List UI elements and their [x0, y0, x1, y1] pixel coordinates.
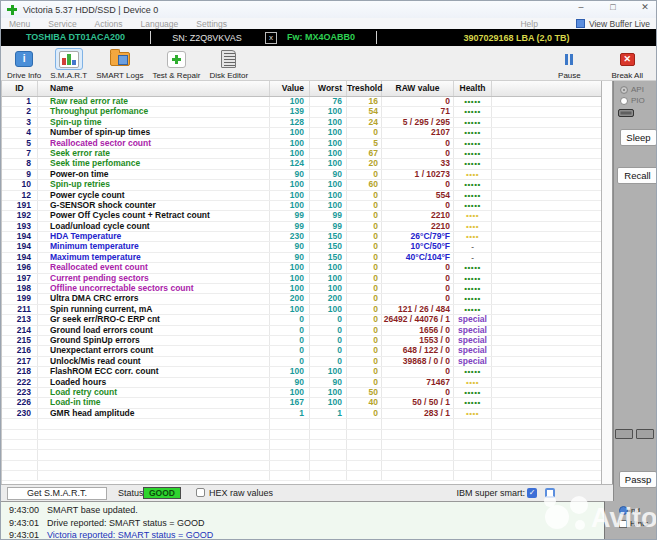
disk-editor-button[interactable]: Disk Editor — [209, 48, 248, 80]
table-row[interactable]: 3Spin-up time128100245 / 295 / 295••••• — [2, 118, 601, 128]
pause-button[interactable]: Pause — [555, 48, 583, 80]
table-row[interactable]: 230GMR head amplitude110283 / 1•••• — [2, 409, 601, 419]
passp-button[interactable]: Passp — [619, 471, 657, 488]
table-row[interactable]: 214Ground load errors count0001656 / 0sp… — [2, 326, 601, 336]
view-buffer-live-button[interactable]: View Buffer Live — [589, 19, 650, 29]
table-row[interactable]: 194Minimum temperature90150010°C/50°F- — [2, 242, 601, 252]
sound-checkbox[interactable]: nd — [619, 506, 640, 515]
table-row[interactable]: 226Load-in time1671004050 / 50 / 1••••• — [2, 398, 601, 408]
cell-id: 223 — [2, 388, 38, 397]
api-radio[interactable]: API — [620, 85, 644, 94]
table-row[interactable]: 196Reallocated event count10010000••••• — [2, 263, 601, 273]
device-tab-close-icon[interactable]: x — [265, 32, 277, 44]
table-row[interactable]: 2Throughput perfomance1391005471••••• — [2, 107, 601, 117]
table-row[interactable]: 9Power-on time909001 / 10273•••• — [2, 170, 601, 180]
column-header-worst[interactable]: Worst — [310, 81, 347, 96]
minimize-icon[interactable]: – — [574, 2, 588, 12]
table-row[interactable]: 191G-SENSOR shock counter10010000••••• — [2, 201, 601, 211]
cell-filler — [492, 294, 601, 303]
column-header-raw[interactable]: RAW value — [382, 81, 454, 96]
table-row[interactable]: 8Seek time perfomance1241002033••••• — [2, 159, 601, 169]
cell-health: special — [454, 315, 492, 324]
smart-button[interactable]: S.M.A.R.T — [50, 48, 87, 80]
column-header-name[interactable]: Name — [38, 81, 270, 96]
column-header-health[interactable]: Health — [454, 81, 492, 96]
cell-filler — [492, 263, 601, 272]
table-row[interactable]: 7Seek error rate100100670••••• — [2, 149, 601, 159]
ibm-secondary-checkbox[interactable] — [545, 488, 555, 498]
cell-id: 2 — [2, 107, 38, 116]
empty-table-row — [2, 461, 601, 471]
table-row[interactable]: 211Spin running current, mA1001000121 / … — [2, 305, 601, 315]
cell-empty — [38, 440, 270, 449]
table-row[interactable]: 213Gr seek err/RRO-C ERP cnt00026492 / 4… — [2, 315, 601, 325]
pio-radio[interactable]: PIO — [620, 96, 645, 105]
cell-health: ••••• — [454, 263, 492, 272]
table-row[interactable]: 216Unexpectant errors count000648 / 122 … — [2, 346, 601, 356]
test-repair-button[interactable]: Test & Repair — [152, 48, 200, 80]
smart-logs-button[interactable]: SMART Logs — [96, 48, 143, 80]
cell-treshold: 0 — [347, 409, 382, 418]
hints-checkbox[interactable]: Hints — [619, 519, 648, 528]
break-all-button[interactable]: ✕ Break All — [611, 48, 643, 80]
drive-info-button[interactable]: i Drive Info — [7, 48, 41, 80]
cell-value: 0 — [270, 346, 310, 355]
table-row[interactable]: 222Loaded hours9090071467•••• — [2, 378, 601, 388]
cell-treshold: 0 — [347, 357, 382, 366]
table-row[interactable]: 197Current pending sectors10010000••••• — [2, 274, 601, 284]
mini-button-left[interactable] — [615, 429, 633, 439]
menu-item-service[interactable]: Service — [48, 19, 76, 29]
cell-name: Power Off Cycles count + Retract count — [38, 211, 270, 220]
cell-treshold: 0 — [347, 222, 382, 231]
cell-raw-value: 121 / 26 / 484 — [382, 305, 454, 314]
menu-item-menu[interactable]: Menu — [9, 19, 30, 29]
hex-raw-checkbox[interactable] — [196, 488, 205, 497]
cell-raw-value: 0 — [382, 201, 454, 210]
get-smart-button[interactable]: Get S.M.A.R.T. — [7, 487, 107, 500]
table-row[interactable]: 5Reallocated sector count10010050••••• — [2, 139, 601, 149]
table-row[interactable]: 215Ground SpinUp errors0001553 / 0specia… — [2, 336, 601, 346]
menu-item-language[interactable]: Language — [140, 19, 178, 29]
cell-empty — [382, 440, 454, 449]
table-row[interactable]: 1Raw read error rate10076160••••• — [2, 97, 601, 107]
table-row[interactable]: 198Offline uncorrectable sectors count10… — [2, 284, 601, 294]
table-row[interactable]: 218FlashROM ECC corr. count10010000••••• — [2, 367, 601, 377]
cell-empty — [310, 440, 347, 449]
table-row[interactable]: 193Load/unload cycle count999902210•••• — [2, 222, 601, 232]
cell-health: ••••• — [454, 118, 492, 127]
column-header-id[interactable]: ID — [2, 81, 38, 96]
menu-item-help[interactable]: Help — [520, 19, 537, 29]
table-row[interactable]: 4Number of spin-up times10010002107••••• — [2, 128, 601, 138]
ibm-super-smart-checkbox[interactable]: ✓ — [527, 488, 537, 498]
table-row[interactable]: 199Ultra DMA CRC errors20020000••••• — [2, 294, 601, 304]
recall-button[interactable]: Recall — [617, 167, 657, 184]
cell-raw-value: 2107 — [382, 128, 454, 137]
table-row[interactable]: 217Unlock/Mis read count00039868 / 0 / 0… — [2, 357, 601, 367]
cell-worst: 100 — [310, 149, 347, 158]
cell-health: ••••• — [454, 398, 492, 407]
cell-worst: 100 — [310, 128, 347, 137]
column-header-value[interactable]: Value — [270, 81, 310, 96]
cell-raw-value: 5 / 295 / 295 — [382, 118, 454, 127]
mini-button-right[interactable] — [636, 429, 654, 439]
smart-table-header: ID Name Value Worst Treshold RAW value H… — [2, 81, 601, 97]
table-row[interactable]: 223Load retry count100100500••••• — [2, 388, 601, 398]
table-row[interactable]: 10Spin-up retries100100600••••• — [2, 180, 601, 190]
table-row[interactable]: 194Maximum temperature90150040°C/104°F- — [2, 253, 601, 263]
table-scrollbar[interactable] — [601, 81, 613, 484]
cell-value: 100 — [270, 149, 310, 158]
column-header-treshold[interactable]: Treshold — [347, 81, 382, 96]
close-icon[interactable]: ✕ — [638, 2, 652, 12]
table-row[interactable]: 192Power Off Cycles count + Retract coun… — [2, 211, 601, 221]
cell-treshold: 54 — [347, 107, 382, 116]
table-row[interactable]: 12Power cycle count1001000554••••• — [2, 191, 601, 201]
cell-treshold: 0 — [347, 211, 382, 220]
cell-name: Loaded hours — [38, 378, 270, 387]
maximize-icon[interactable]: □ — [606, 2, 620, 12]
table-row[interactable]: 194HDA Temperature230150026°C/79°F•••• — [2, 232, 601, 242]
menu-item-settings[interactable]: Settings — [196, 19, 227, 29]
cell-treshold: 0 — [347, 201, 382, 210]
cell-empty — [270, 440, 310, 449]
sleep-button[interactable]: Sleep — [620, 129, 657, 146]
menu-item-actions[interactable]: Actions — [95, 19, 123, 29]
